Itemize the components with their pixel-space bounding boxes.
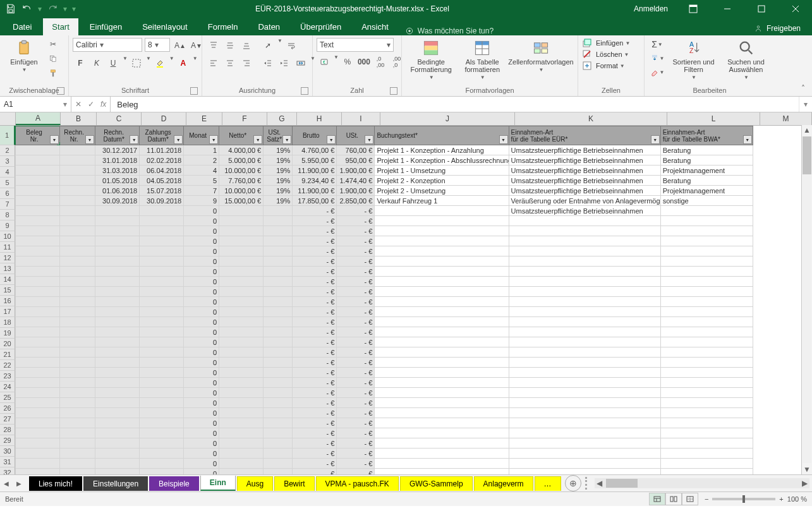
filter-dropdown-icon[interactable]: ▼ (743, 135, 752, 144)
row-header[interactable]: 15 (0, 285, 15, 296)
table-row[interactable]: 0- €- € (16, 408, 804, 418)
conditional-formatting-button[interactable]: Bedingte Formatierung▼ (406, 38, 456, 81)
row-header[interactable]: 1 (0, 126, 15, 145)
table-row[interactable]: 0- €- € (16, 438, 804, 449)
ribbon-display-icon[interactable] (679, 0, 707, 18)
cut-icon[interactable]: ✂ (47, 38, 59, 51)
filter-dropdown-icon[interactable]: ▼ (130, 135, 138, 144)
filter-dropdown-icon[interactable]: ▼ (174, 135, 183, 144)
table-header[interactable]: BelegNr.▼ (16, 126, 60, 145)
tab-home[interactable]: Start (43, 18, 78, 35)
column-header[interactable]: K (515, 112, 667, 125)
minimize-icon[interactable] (713, 0, 741, 18)
table-row[interactable]: 0- €- € (16, 449, 804, 459)
scroll-up-icon[interactable]: ▲ (802, 125, 812, 135)
row-header[interactable]: 25 (0, 392, 15, 403)
table-header[interactable]: Brutto▼ (293, 126, 337, 145)
maximize-icon[interactable] (748, 0, 775, 18)
table-row[interactable]: 0- €- € (16, 459, 804, 469)
tab-insert[interactable]: Einfügen (81, 18, 131, 35)
zoom-in-icon[interactable]: + (779, 495, 783, 503)
filter-dropdown-icon[interactable]: ▼ (85, 135, 94, 144)
signin-link[interactable]: Anmelden (629, 2, 673, 16)
filter-dropdown-icon[interactable]: ▼ (499, 135, 508, 144)
scroll-left-icon[interactable]: ◀ (595, 478, 605, 488)
row-header[interactable]: 11 (0, 242, 15, 253)
align-center-icon[interactable] (222, 56, 238, 71)
format-as-table-button[interactable]: Als Tabelle formatieren▼ (459, 38, 506, 81)
accounting-format-icon[interactable]: € (317, 54, 332, 69)
zoom-out-icon[interactable]: − (705, 495, 708, 503)
column-header[interactable]: C (97, 112, 142, 125)
table-row[interactable]: 01.05.201804.05.201857.760,00 €19%9.234,… (16, 176, 804, 186)
row-header[interactable]: 14 (0, 274, 15, 285)
clipboard-launcher-icon[interactable] (57, 87, 64, 95)
tab-file[interactable]: Datei (4, 18, 40, 35)
row-header[interactable]: 10 (0, 231, 15, 242)
expand-formula-bar-icon[interactable]: ▾ (799, 97, 812, 112)
row-header[interactable]: 20 (0, 339, 15, 349)
fill-color-icon[interactable] (152, 56, 167, 71)
column-header[interactable]: A (16, 112, 61, 125)
align-middle-icon[interactable] (222, 38, 238, 53)
border-icon[interactable] (129, 56, 144, 71)
row-header[interactable]: 32 (0, 467, 15, 474)
italic-icon[interactable]: K (89, 56, 104, 71)
row-header[interactable]: 31 (0, 457, 15, 467)
page-layout-view-icon[interactable] (665, 493, 682, 505)
cancel-formula-icon[interactable]: ✕ (75, 100, 82, 109)
table-row[interactable]: 0- €- € (16, 277, 804, 287)
sort-filter-button[interactable]: AZSortieren und Filtern▼ (669, 38, 718, 81)
tab-formulas[interactable]: Formeln (199, 18, 247, 35)
sheet-tab[interactable]: Lies mich! (29, 476, 82, 491)
formula-input[interactable]: Beleg (111, 97, 799, 112)
sheet-tab[interactable]: Beispiele (149, 476, 199, 491)
sheet-tab[interactable]: Ausg (237, 476, 273, 491)
table-row[interactable]: 31.03.201806.04.2018410.000,00 €19%11.90… (16, 166, 804, 176)
share-button[interactable]: Freigeben (748, 21, 807, 35)
delete-cells-button[interactable]: Löschen (596, 51, 622, 58)
comma-format-icon[interactable]: 000 (356, 54, 372, 69)
align-right-icon[interactable] (239, 56, 254, 71)
row-header[interactable]: 26 (0, 403, 15, 414)
sheet-tab[interactable]: VPMA - pausch.FK (316, 476, 399, 491)
tab-scroll-resize[interactable] (585, 477, 591, 490)
table-row[interactable]: 0- €- € (16, 216, 804, 226)
vertical-scrollbar[interactable]: ▲ ▼ (801, 125, 812, 474)
row-header[interactable]: 7 (0, 199, 15, 210)
column-header[interactable]: I (342, 112, 380, 125)
fx-icon[interactable]: fx (100, 100, 106, 109)
page-break-view-icon[interactable] (682, 493, 698, 505)
table-row[interactable]: 0- €- € (16, 388, 804, 398)
sheet-tab[interactable]: … (535, 476, 561, 491)
name-box[interactable]: A1▾ (0, 97, 71, 112)
format-cells-button[interactable]: Format (596, 62, 618, 69)
tab-nav-next-icon[interactable]: ▶ (13, 476, 25, 491)
row-header[interactable]: 4 (0, 167, 15, 178)
number-launcher-icon[interactable] (390, 87, 397, 95)
merge-center-icon[interactable] (293, 56, 308, 71)
table-row[interactable]: 0- €- € (16, 378, 804, 388)
table-header[interactable]: USt.Satz*▼ (264, 126, 293, 145)
table-row[interactable]: 0- €- € (16, 246, 804, 256)
table-row[interactable]: 31.01.201802.02.201825.000,00 €19%5.950,… (16, 155, 804, 166)
row-header[interactable]: 24 (0, 382, 15, 392)
font-color-icon[interactable]: A (176, 56, 191, 71)
filter-dropdown-icon[interactable]: ▼ (282, 135, 291, 144)
table-header[interactable]: Einnahmen-Artfür die Tabelle EÜR*▼ (509, 126, 660, 145)
increase-decimal-icon[interactable]: ,0,00 (373, 54, 388, 69)
row-headers[interactable]: 1234567891011121314151617181920212223242… (0, 126, 15, 474)
filter-dropdown-icon[interactable]: ▼ (253, 135, 262, 144)
paste-button[interactable]: Einfügen ▼ (4, 38, 44, 74)
table-row[interactable]: 0- €- € (16, 398, 804, 408)
column-header[interactable]: J (380, 112, 515, 125)
font-name-combo[interactable]: Calibri▾ (73, 38, 142, 52)
table-row[interactable]: 0- €- € (16, 337, 804, 347)
table-row[interactable]: 0- €- € (16, 358, 804, 368)
row-header[interactable]: 2 (0, 145, 15, 156)
decrease-indent-icon[interactable] (260, 56, 276, 71)
copy-icon[interactable] (47, 52, 59, 65)
format-painter-icon[interactable] (47, 67, 59, 80)
filter-dropdown-icon[interactable]: ▼ (209, 135, 218, 144)
table-row[interactable]: 0- €- € (16, 297, 804, 307)
